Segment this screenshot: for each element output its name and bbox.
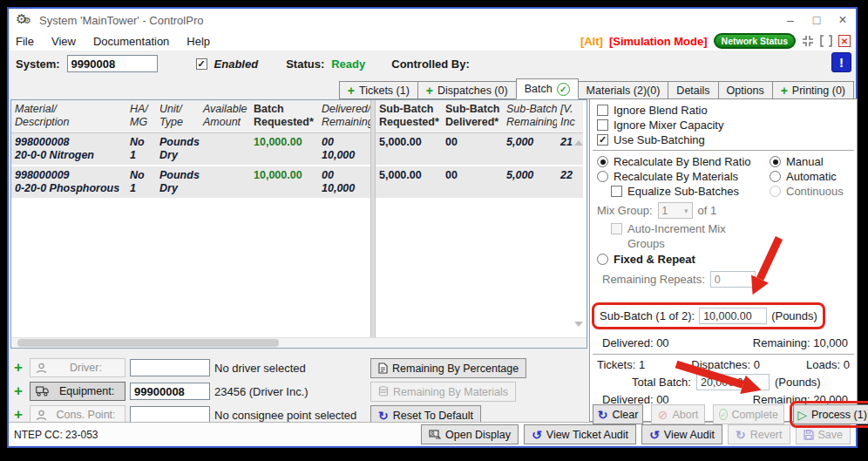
menu-bar: File View Documentation Help [Alt] [Simu… (9, 31, 856, 51)
driver-button[interactable]: Driver: (30, 358, 125, 377)
recalculate-materials-radio[interactable] (597, 171, 608, 182)
tickets-count-label: Tickets: 1 (597, 358, 645, 371)
equipment-status: 23456 (Driver Inc.) (214, 385, 309, 398)
scroll-down-icon[interactable] (574, 322, 583, 327)
tab-materials[interactable]: Materials (2)(0) (578, 81, 669, 99)
process-highlight: ▷Process (1) (790, 401, 868, 428)
enabled-label: Enabled (214, 58, 259, 71)
subbatch-remaining-label: Remaining: 10,000 (753, 336, 848, 349)
collapse-icon[interactable] (802, 35, 814, 47)
tab-batch[interactable]: Batch✓ (516, 78, 579, 99)
subbatch-highlight: Sub-Batch (1 of 2): (Pounds) (592, 302, 825, 329)
menu-file[interactable]: File (16, 35, 34, 48)
close-button[interactable]: × (830, 10, 856, 31)
table-cell[interactable] (200, 133, 250, 166)
table-cell[interactable]: 00 (442, 133, 503, 166)
table-cell[interactable]: 5,000.00 (376, 133, 442, 166)
recalculate-blend-ratio-radio[interactable] (597, 156, 608, 167)
menu-documentation[interactable]: Documentation (93, 35, 169, 48)
driver-input[interactable] (130, 359, 210, 376)
equipment-input[interactable] (130, 383, 210, 400)
horizontal-scrollbar[interactable] (11, 337, 587, 348)
col-header-truncated[interactable]: [V.Inc (557, 100, 583, 133)
equalize-subbatches-checkbox[interactable] (611, 186, 622, 197)
tab-tickets[interactable]: +Tickets (1) (339, 81, 418, 99)
col-header-subbatch-remaining[interactable]: Sub-BatchRemaining (503, 100, 557, 133)
window-title: System 'MainTower' - ControlPro (39, 14, 203, 27)
remaining-by-percentage-button[interactable]: Remaining By Percentage (370, 358, 526, 378)
table-cell-batch-requested[interactable]: 10,000.00 (250, 133, 318, 166)
tab-details[interactable]: Details (668, 81, 718, 99)
manual-radio[interactable] (770, 156, 781, 167)
table-cell[interactable]: No1 (126, 133, 156, 166)
ignore-mixer-capacity-checkbox[interactable] (597, 119, 608, 131)
dispatches-count-label: Dispatches: 0 (691, 358, 760, 371)
minimize-button[interactable]: – (777, 10, 804, 31)
system-input[interactable] (67, 55, 158, 72)
alert-button[interactable]: ! (831, 52, 851, 72)
table-cell[interactable]: PoundsDry (156, 166, 200, 200)
use-subbatching-checkbox[interactable] (597, 134, 608, 146)
col-header-subbatch-requested[interactable]: Sub-BatchRequested* (376, 100, 442, 133)
menu-view[interactable]: View (51, 35, 76, 48)
ignore-blend-ratio-checkbox[interactable] (597, 105, 608, 116)
tab-dispatches[interactable]: +Dispatches (0) (417, 81, 517, 99)
assignment-area: + Driver: No driver selected + Equipment… (10, 350, 587, 422)
network-status-badge[interactable]: Network Status (714, 33, 796, 49)
subbatch-label: Sub-Batch (1 of 2): (600, 309, 695, 322)
open-display-button[interactable]: Open Display (421, 424, 519, 444)
fullscreen-icon[interactable] (820, 35, 832, 47)
col-header-hamg[interactable]: HA/MG (126, 100, 156, 133)
table-row[interactable]: 99800000820-0-0 Nitrogen (11, 133, 126, 166)
table-cell[interactable]: No1 (126, 166, 156, 200)
scroll-up-icon[interactable] (574, 140, 583, 146)
total-batch-input[interactable] (696, 374, 770, 390)
subbatch-input[interactable] (699, 308, 767, 324)
table-cell[interactable]: 5,000 (503, 133, 557, 166)
enabled-checkbox[interactable] (196, 58, 207, 70)
col-header-subbatch-delivered[interactable]: Sub-BatchDelivered* (442, 100, 503, 133)
remaining-by-materials-button: Remaining By Materials (370, 382, 516, 402)
plus-icon: + (426, 84, 433, 98)
table-cell-batch-requested[interactable]: 10,000.00 (250, 166, 318, 200)
use-subbatching-label: Use Sub-Batching (614, 133, 705, 146)
recalculate-materials-label: Recalculate By Materials (614, 170, 738, 183)
automatic-radio[interactable] (770, 171, 781, 182)
scrollbar-thumb[interactable] (17, 339, 279, 347)
col-header-unit[interactable]: Unit/Type (156, 100, 200, 133)
table-cell[interactable]: 5,000 (503, 166, 557, 200)
mix-group-select: 1▾ (658, 202, 693, 219)
col-header-material[interactable]: Material/Description (11, 100, 126, 133)
menu-help[interactable]: Help (186, 35, 210, 48)
ignore-blend-ratio-label: Ignore Blend Ratio (614, 104, 708, 117)
table-cell[interactable]: 21 (557, 133, 583, 166)
col-header-delivered[interactable]: Delivered/Remaining (318, 100, 370, 133)
equipment-button[interactable]: Equipment: (30, 382, 125, 401)
add-driver-button[interactable]: + (14, 359, 25, 376)
play-icon: ▷ (797, 409, 807, 421)
col-header-batch-requested[interactable]: BatchRequested* (250, 100, 318, 133)
table-cell[interactable]: 22 (557, 166, 583, 200)
complete-button: ✓Complete (713, 404, 784, 424)
add-conspoint-button[interactable]: + (14, 406, 25, 424)
maximize-button[interactable]: □ (804, 10, 830, 31)
tab-printing[interactable]: +Printing (0) (772, 81, 854, 99)
table-cell[interactable]: 5,000.00 (376, 166, 442, 200)
table-cell[interactable] (200, 166, 250, 200)
process-button[interactable]: ▷Process (1) (793, 404, 868, 424)
fixed-repeat-radio[interactable] (597, 254, 608, 265)
table-cell[interactable]: PoundsDry (156, 133, 200, 166)
table-cell[interactable]: 00 (442, 166, 503, 200)
clear-button[interactable]: ↻Clear (593, 404, 643, 424)
auto-increment-checkbox (611, 223, 622, 234)
table-cell[interactable]: 0010,000 (318, 166, 370, 200)
table-row[interactable]: 9980000090-20-0 Phosphorous (11, 166, 126, 200)
materials-table: Material/Description HA/MG Unit/Type Ava… (11, 100, 370, 200)
table-cell[interactable]: 0010,000 (318, 133, 370, 166)
controlled-by-label: Controlled By: (391, 58, 470, 71)
close-panel-icon[interactable]: ✕ (838, 35, 851, 47)
conspoint-input[interactable] (130, 406, 210, 424)
add-equipment-button[interactable]: + (14, 383, 25, 400)
col-header-available[interactable]: AvailableAmount (200, 100, 250, 133)
tab-options[interactable]: Options (718, 81, 773, 99)
